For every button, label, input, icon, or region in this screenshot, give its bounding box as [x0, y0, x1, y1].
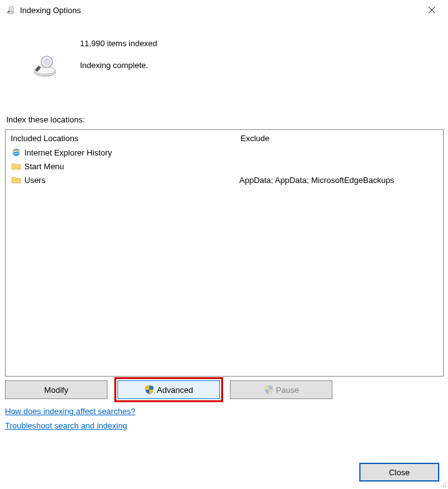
shield-icon [264, 385, 274, 395]
svg-point-18 [445, 486, 446, 487]
button-label: Pause [276, 385, 299, 395]
folder-icon [11, 161, 22, 172]
items-indexed-text: 11,990 items indexed [80, 39, 157, 48]
col-header-exclude: Exclude [241, 134, 438, 143]
status-area: 11,990 items indexed Indexing complete. [5, 39, 443, 77]
troubleshoot-link[interactable]: Troubleshoot search and indexing [5, 421, 127, 430]
locations-listbox[interactable]: Included Locations Exclude Internet Expl… [5, 129, 444, 377]
modify-button[interactable]: Modify [5, 380, 107, 399]
list-item[interactable]: Internet Explorer History [11, 146, 438, 159]
indexing-state-text: Indexing complete. [80, 61, 157, 70]
svg-point-16 [441, 486, 442, 487]
advanced-button[interactable]: Advanced [117, 380, 220, 399]
svg-point-13 [445, 482, 446, 483]
footer: Close [359, 463, 439, 482]
indexing-options-icon [5, 4, 16, 16]
index-locations-label: Index these locations: [6, 115, 443, 124]
button-label: Close [389, 468, 409, 477]
close-icon[interactable] [422, 2, 442, 17]
col-header-included: Included Locations [11, 134, 241, 143]
magnifier-drive-icon [29, 54, 61, 77]
button-row: Modify Advanced [5, 379, 443, 404]
svg-point-2 [10, 7, 12, 10]
close-button[interactable]: Close [359, 463, 439, 482]
window-title: Indexing Options [20, 6, 422, 15]
row-label: Users [24, 175, 239, 185]
shield-icon [144, 385, 154, 395]
list-item[interactable]: Users AppData; AppData; MicrosoftEdgeBac… [11, 173, 438, 187]
ie-icon [11, 147, 22, 158]
list-item[interactable]: Start Menu [11, 159, 438, 173]
pause-button: Pause [230, 380, 332, 399]
locations-header: Included Locations Exclude [6, 130, 443, 146]
svg-point-9 [44, 59, 51, 66]
titlebar: Indexing Options [0, 0, 448, 20]
folder-icon [11, 174, 22, 185]
svg-point-14 [443, 484, 444, 485]
button-label: Modify [44, 385, 68, 395]
row-exclude: AppData; AppData; MicrosoftEdgeBackups [239, 175, 438, 185]
row-label: Internet Explorer History [24, 148, 239, 157]
svg-point-15 [445, 484, 446, 485]
how-indexing-link[interactable]: How does indexing affect searches? [5, 407, 136, 416]
resize-grip[interactable] [441, 482, 447, 488]
svg-point-17 [443, 486, 444, 487]
row-label: Start Menu [24, 162, 239, 171]
locations-rows: Internet Explorer History Start Menu [6, 146, 443, 187]
button-label: Advanced [157, 385, 193, 395]
